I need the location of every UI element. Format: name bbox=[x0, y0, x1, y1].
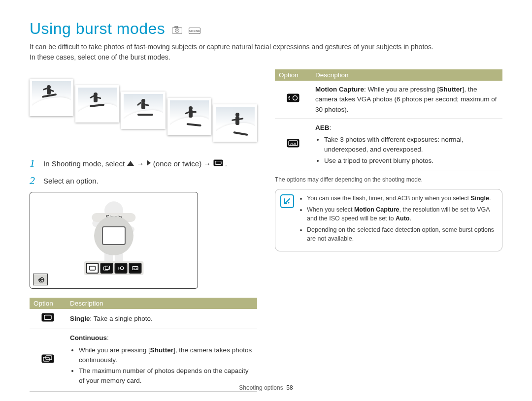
svg-rect-20 bbox=[137, 114, 153, 116]
continuous-mode-icon bbox=[30, 329, 66, 391]
burst-thumb bbox=[167, 98, 211, 135]
step-2-body: Select an option. bbox=[43, 175, 257, 187]
callout-text: . bbox=[409, 215, 411, 222]
svg-rect-33 bbox=[213, 160, 223, 166]
callout-text: You can use the flash, timer, and ACB on… bbox=[307, 195, 470, 202]
option-text: : bbox=[107, 334, 109, 341]
col-header-option: Option bbox=[30, 298, 66, 309]
footer-section: Shooting options bbox=[239, 384, 283, 391]
aeb-description: AEB: Take 3 photos with different exposu… bbox=[311, 119, 502, 171]
photo-icon bbox=[102, 226, 126, 245]
svg-point-16 bbox=[141, 99, 145, 103]
svg-rect-41 bbox=[90, 266, 96, 270]
step-number: 2 bbox=[30, 175, 38, 187]
burst-thumbnail-strip bbox=[30, 79, 257, 143]
right-chevron-icon bbox=[146, 158, 151, 170]
svg-rect-22 bbox=[189, 110, 193, 118]
svg-point-21 bbox=[189, 106, 193, 110]
callout-item: When you select Motion Capture, the reso… bbox=[307, 206, 496, 223]
selected-mode-indicator bbox=[94, 216, 133, 255]
step-1-text-b: (once or twice) → bbox=[153, 159, 213, 168]
table-row: Motion Capture: While you are pressing [… bbox=[275, 81, 502, 119]
step-1: 1 In Shooting mode, select → (once or tw… bbox=[30, 158, 257, 170]
step-1-text-c: . bbox=[225, 159, 227, 168]
svg-point-44 bbox=[120, 267, 123, 270]
motion-capture-description: Motion Capture: While you are pressing [… bbox=[311, 81, 502, 119]
option-name: AEB bbox=[315, 124, 330, 131]
option-name: Continuous bbox=[70, 334, 107, 341]
svg-text:P: P bbox=[176, 29, 178, 32]
callout-bold: Auto bbox=[396, 215, 409, 222]
svg-point-26 bbox=[235, 113, 239, 117]
svg-rect-27 bbox=[235, 116, 239, 125]
back-button[interactable] bbox=[33, 274, 48, 285]
mode-continuous-icon[interactable] bbox=[100, 263, 113, 274]
mode-aeb-icon[interactable]: AEB bbox=[129, 263, 142, 274]
page-title: Using burst modes P SCENE bbox=[30, 20, 502, 39]
option-bullets: Take 3 photos with different exposures: … bbox=[315, 135, 499, 166]
table-row: Continuous: While you are pressing [Shut… bbox=[30, 329, 257, 391]
option-name: Motion Capture bbox=[315, 86, 364, 93]
svg-rect-30 bbox=[233, 131, 248, 136]
col-header-description: Description bbox=[66, 298, 257, 309]
motion-capture-mode-icon bbox=[275, 81, 311, 119]
bullet: Use a tripod to prevent blurry photos. bbox=[324, 156, 499, 166]
svg-rect-47 bbox=[42, 313, 54, 322]
page-number: 58 bbox=[286, 384, 293, 391]
bullet: While you are pressing [Shutter], the ca… bbox=[79, 345, 253, 366]
callout-item: You can use the flash, timer, and ACB on… bbox=[307, 194, 496, 203]
continuous-description: Continuous: While you are pressing [Shut… bbox=[66, 329, 257, 391]
svg-rect-1 bbox=[175, 27, 178, 28]
mode-icon-scene: SCENE bbox=[189, 20, 200, 38]
svg-rect-25 bbox=[186, 123, 201, 126]
mode-icon-camera-p: P bbox=[172, 20, 182, 38]
mode-motion-capture-icon[interactable] bbox=[115, 263, 128, 274]
info-callout: You can use the flash, timer, and ACB on… bbox=[275, 189, 502, 252]
option-name: Single bbox=[70, 315, 90, 322]
burst-thumb bbox=[213, 104, 257, 142]
bullet: Take 3 photos with different exposures: … bbox=[324, 135, 499, 155]
step-1-body: In Shooting mode, select → (once or twic… bbox=[43, 158, 257, 170]
info-icon bbox=[280, 194, 294, 208]
burst-thumb bbox=[30, 79, 73, 116]
option-text: : bbox=[330, 124, 332, 131]
back-arrow-icon bbox=[36, 277, 44, 282]
page-footer: Shooting options 58 bbox=[0, 384, 532, 391]
callout-text: When you select bbox=[307, 206, 354, 213]
burst-thumb bbox=[75, 85, 119, 123]
single-mode-icon bbox=[30, 309, 66, 329]
col-header-description: Description bbox=[311, 69, 502, 81]
option-bullets: While you are pressing [Shutter], the ca… bbox=[70, 345, 253, 386]
bullet: The maximum number of photos depends on … bbox=[79, 366, 253, 386]
title-text: Using burst modes bbox=[30, 20, 165, 37]
col-header-option: Option bbox=[275, 69, 311, 81]
callout-list: You can use the flash, timer, and ACB on… bbox=[299, 194, 496, 247]
svg-rect-15 bbox=[90, 104, 104, 107]
step-1-text-a: In Shooting mode, select bbox=[43, 159, 127, 168]
right-options-table: Option Description Motion Capture: While… bbox=[275, 69, 502, 171]
aeb-mode-icon: AEB bbox=[275, 119, 311, 171]
up-arrow-icon bbox=[127, 158, 134, 170]
option-text: : Take a single photo. bbox=[90, 315, 153, 322]
callout-bold: Single bbox=[470, 195, 489, 202]
svg-marker-32 bbox=[147, 160, 151, 166]
svg-text:AEB: AEB bbox=[290, 142, 296, 145]
step-number: 1 bbox=[30, 158, 38, 170]
left-options-table: Option Description Single: Take a single… bbox=[30, 298, 257, 392]
svg-text:SCENE: SCENE bbox=[189, 29, 200, 32]
step-1-arrow-1: → bbox=[136, 159, 146, 168]
mode-single-icon[interactable] bbox=[86, 263, 99, 274]
single-description: Single: Take a single photo. bbox=[66, 309, 257, 329]
intro-paragraph: It can be difficult to take photos of fa… bbox=[30, 42, 502, 62]
callout-text: . bbox=[489, 195, 491, 202]
mode-switcher: AEB bbox=[84, 261, 144, 275]
camera-screen-mock: Single AEB bbox=[30, 192, 198, 289]
svg-rect-17 bbox=[141, 102, 145, 109]
intro-line-2: In these cases, select one of the burst … bbox=[30, 53, 170, 61]
single-mode-icon bbox=[213, 158, 223, 170]
table-row: Single: Take a single photo. bbox=[30, 309, 257, 329]
svg-marker-31 bbox=[127, 161, 134, 166]
step-2: 2 Select an option. bbox=[30, 175, 257, 187]
table-row: AEB AEB: Take 3 photos with different ex… bbox=[275, 119, 502, 171]
svg-rect-24 bbox=[192, 111, 197, 113]
